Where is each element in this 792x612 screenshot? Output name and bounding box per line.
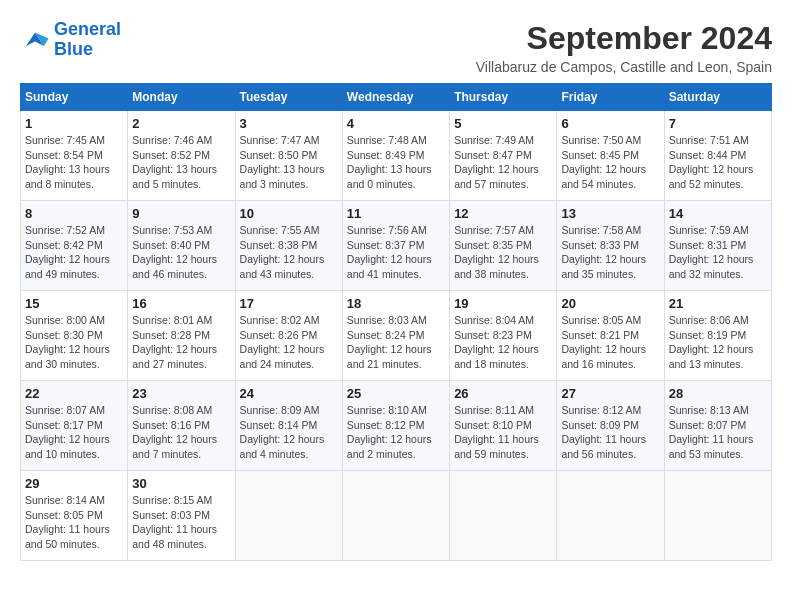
- day-info: Sunrise: 8:09 AM Sunset: 8:14 PM Dayligh…: [240, 403, 338, 462]
- day-info: Sunrise: 8:04 AM Sunset: 8:23 PM Dayligh…: [454, 313, 552, 372]
- header-thursday: Thursday: [450, 84, 557, 111]
- header-monday: Monday: [128, 84, 235, 111]
- day-info: Sunrise: 7:52 AM Sunset: 8:42 PM Dayligh…: [25, 223, 123, 282]
- day-info: Sunrise: 7:55 AM Sunset: 8:38 PM Dayligh…: [240, 223, 338, 282]
- calendar-cell: 10 Sunrise: 7:55 AM Sunset: 8:38 PM Dayl…: [235, 201, 342, 291]
- day-number: 18: [347, 296, 445, 311]
- calendar-cell: 30 Sunrise: 8:15 AM Sunset: 8:03 PM Dayl…: [128, 471, 235, 561]
- week-row-4: 22 Sunrise: 8:07 AM Sunset: 8:17 PM Dayl…: [21, 381, 772, 471]
- calendar-cell: 4 Sunrise: 7:48 AM Sunset: 8:49 PM Dayli…: [342, 111, 449, 201]
- calendar-cell: 29 Sunrise: 8:14 AM Sunset: 8:05 PM Dayl…: [21, 471, 128, 561]
- day-number: 3: [240, 116, 338, 131]
- calendar-cell: 5 Sunrise: 7:49 AM Sunset: 8:47 PM Dayli…: [450, 111, 557, 201]
- calendar-cell: 18 Sunrise: 8:03 AM Sunset: 8:24 PM Dayl…: [342, 291, 449, 381]
- week-row-2: 8 Sunrise: 7:52 AM Sunset: 8:42 PM Dayli…: [21, 201, 772, 291]
- day-info: Sunrise: 7:56 AM Sunset: 8:37 PM Dayligh…: [347, 223, 445, 282]
- calendar-cell: 7 Sunrise: 7:51 AM Sunset: 8:44 PM Dayli…: [664, 111, 771, 201]
- calendar-cell: 19 Sunrise: 8:04 AM Sunset: 8:23 PM Dayl…: [450, 291, 557, 381]
- calendar-cell: 25 Sunrise: 8:10 AM Sunset: 8:12 PM Dayl…: [342, 381, 449, 471]
- week-row-1: 1 Sunrise: 7:45 AM Sunset: 8:54 PM Dayli…: [21, 111, 772, 201]
- day-number: 13: [561, 206, 659, 221]
- header-saturday: Saturday: [664, 84, 771, 111]
- day-number: 10: [240, 206, 338, 221]
- calendar-cell: 21 Sunrise: 8:06 AM Sunset: 8:19 PM Dayl…: [664, 291, 771, 381]
- day-info: Sunrise: 8:13 AM Sunset: 8:07 PM Dayligh…: [669, 403, 767, 462]
- day-info: Sunrise: 7:45 AM Sunset: 8:54 PM Dayligh…: [25, 133, 123, 192]
- calendar-cell: [557, 471, 664, 561]
- calendar-cell: 16 Sunrise: 8:01 AM Sunset: 8:28 PM Dayl…: [128, 291, 235, 381]
- day-number: 1: [25, 116, 123, 131]
- day-info: Sunrise: 8:15 AM Sunset: 8:03 PM Dayligh…: [132, 493, 230, 552]
- day-number: 19: [454, 296, 552, 311]
- day-number: 29: [25, 476, 123, 491]
- day-info: Sunrise: 7:49 AM Sunset: 8:47 PM Dayligh…: [454, 133, 552, 192]
- day-number: 24: [240, 386, 338, 401]
- calendar-cell: 27 Sunrise: 8:12 AM Sunset: 8:09 PM Dayl…: [557, 381, 664, 471]
- header-wednesday: Wednesday: [342, 84, 449, 111]
- day-info: Sunrise: 8:00 AM Sunset: 8:30 PM Dayligh…: [25, 313, 123, 372]
- calendar-cell: 13 Sunrise: 7:58 AM Sunset: 8:33 PM Dayl…: [557, 201, 664, 291]
- calendar-cell: [450, 471, 557, 561]
- day-info: Sunrise: 7:53 AM Sunset: 8:40 PM Dayligh…: [132, 223, 230, 282]
- day-info: Sunrise: 8:05 AM Sunset: 8:21 PM Dayligh…: [561, 313, 659, 372]
- day-number: 17: [240, 296, 338, 311]
- day-number: 22: [25, 386, 123, 401]
- calendar-cell: [664, 471, 771, 561]
- calendar-cell: 28 Sunrise: 8:13 AM Sunset: 8:07 PM Dayl…: [664, 381, 771, 471]
- calendar-cell: 9 Sunrise: 7:53 AM Sunset: 8:40 PM Dayli…: [128, 201, 235, 291]
- calendar-cell: 17 Sunrise: 8:02 AM Sunset: 8:26 PM Dayl…: [235, 291, 342, 381]
- day-info: Sunrise: 7:51 AM Sunset: 8:44 PM Dayligh…: [669, 133, 767, 192]
- day-info: Sunrise: 7:59 AM Sunset: 8:31 PM Dayligh…: [669, 223, 767, 282]
- day-number: 26: [454, 386, 552, 401]
- day-number: 28: [669, 386, 767, 401]
- day-info: Sunrise: 7:58 AM Sunset: 8:33 PM Dayligh…: [561, 223, 659, 282]
- day-info: Sunrise: 8:11 AM Sunset: 8:10 PM Dayligh…: [454, 403, 552, 462]
- day-info: Sunrise: 7:50 AM Sunset: 8:45 PM Dayligh…: [561, 133, 659, 192]
- logo: General Blue: [20, 20, 121, 60]
- location-subtitle: Villabaruz de Campos, Castille and Leon,…: [476, 59, 772, 75]
- calendar-cell: 23 Sunrise: 8:08 AM Sunset: 8:16 PM Dayl…: [128, 381, 235, 471]
- day-info: Sunrise: 7:48 AM Sunset: 8:49 PM Dayligh…: [347, 133, 445, 192]
- month-title: September 2024: [476, 20, 772, 57]
- day-info: Sunrise: 7:57 AM Sunset: 8:35 PM Dayligh…: [454, 223, 552, 282]
- header-tuesday: Tuesday: [235, 84, 342, 111]
- calendar-cell: 22 Sunrise: 8:07 AM Sunset: 8:17 PM Dayl…: [21, 381, 128, 471]
- day-info: Sunrise: 8:07 AM Sunset: 8:17 PM Dayligh…: [25, 403, 123, 462]
- calendar-cell: 11 Sunrise: 7:56 AM Sunset: 8:37 PM Dayl…: [342, 201, 449, 291]
- day-number: 23: [132, 386, 230, 401]
- calendar-cell: 15 Sunrise: 8:00 AM Sunset: 8:30 PM Dayl…: [21, 291, 128, 381]
- calendar-cell: [342, 471, 449, 561]
- calendar-table: Sunday Monday Tuesday Wednesday Thursday…: [20, 83, 772, 561]
- day-number: 4: [347, 116, 445, 131]
- calendar-cell: 12 Sunrise: 7:57 AM Sunset: 8:35 PM Dayl…: [450, 201, 557, 291]
- calendar-cell: 2 Sunrise: 7:46 AM Sunset: 8:52 PM Dayli…: [128, 111, 235, 201]
- day-info: Sunrise: 8:01 AM Sunset: 8:28 PM Dayligh…: [132, 313, 230, 372]
- week-row-3: 15 Sunrise: 8:00 AM Sunset: 8:30 PM Dayl…: [21, 291, 772, 381]
- logo-icon: [20, 25, 50, 55]
- weekday-header-row: Sunday Monday Tuesday Wednesday Thursday…: [21, 84, 772, 111]
- header-sunday: Sunday: [21, 84, 128, 111]
- day-number: 2: [132, 116, 230, 131]
- calendar-cell: 24 Sunrise: 8:09 AM Sunset: 8:14 PM Dayl…: [235, 381, 342, 471]
- day-number: 12: [454, 206, 552, 221]
- header-friday: Friday: [557, 84, 664, 111]
- day-number: 11: [347, 206, 445, 221]
- day-number: 15: [25, 296, 123, 311]
- day-number: 5: [454, 116, 552, 131]
- day-number: 14: [669, 206, 767, 221]
- day-info: Sunrise: 8:10 AM Sunset: 8:12 PM Dayligh…: [347, 403, 445, 462]
- day-number: 16: [132, 296, 230, 311]
- calendar-cell: 1 Sunrise: 7:45 AM Sunset: 8:54 PM Dayli…: [21, 111, 128, 201]
- day-info: Sunrise: 8:08 AM Sunset: 8:16 PM Dayligh…: [132, 403, 230, 462]
- day-info: Sunrise: 7:47 AM Sunset: 8:50 PM Dayligh…: [240, 133, 338, 192]
- day-number: 9: [132, 206, 230, 221]
- title-area: September 2024 Villabaruz de Campos, Cas…: [476, 20, 772, 75]
- calendar-cell: 6 Sunrise: 7:50 AM Sunset: 8:45 PM Dayli…: [557, 111, 664, 201]
- day-number: 7: [669, 116, 767, 131]
- calendar-cell: 26 Sunrise: 8:11 AM Sunset: 8:10 PM Dayl…: [450, 381, 557, 471]
- week-row-5: 29 Sunrise: 8:14 AM Sunset: 8:05 PM Dayl…: [21, 471, 772, 561]
- day-number: 6: [561, 116, 659, 131]
- calendar-cell: [235, 471, 342, 561]
- calendar-cell: 20 Sunrise: 8:05 AM Sunset: 8:21 PM Dayl…: [557, 291, 664, 381]
- day-info: Sunrise: 8:02 AM Sunset: 8:26 PM Dayligh…: [240, 313, 338, 372]
